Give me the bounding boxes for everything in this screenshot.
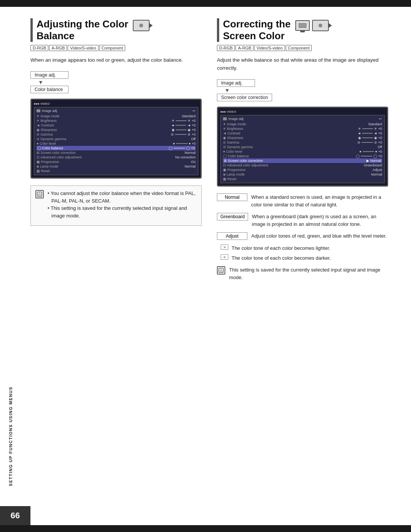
- correction-items: Normal When a standard screen is used, a…: [217, 193, 388, 262]
- vrow-4: ⊘ Gamma ⊘ ⊘ +0: [37, 132, 196, 137]
- rvrow-2: ◄ Contrast ◄ ◄ +0: [223, 131, 382, 136]
- left-video-label: ■■■ VIDEO: [34, 102, 50, 105]
- left-note-bullet1: You cannot adjust the color balance when…: [47, 190, 197, 204]
- right-projector-icon: [312, 20, 329, 31]
- rvrow-7: ◯ Color balance ◯ ◯ +0: [223, 154, 382, 158]
- rvrow-4: ⊘ Gamma ⊘ ⊘ +0: [223, 140, 382, 145]
- left-note-bullet2: This setting is saved for the currently …: [47, 204, 197, 219]
- left-note-icon: [35, 190, 44, 198]
- right-tag-component: Component: [286, 45, 312, 51]
- left-titlebar-close: ↩: [193, 109, 196, 113]
- left-menu-arrow: ▼: [38, 80, 43, 85]
- side-label: SETTING UP FUNCTIONS USING MENUS: [8, 387, 13, 486]
- left-title-block: Adjusting the Color Balance: [30, 18, 128, 42]
- rvrow-6: ● Color level ● ● +0: [223, 149, 382, 154]
- correction-desc-normal: When a standard screen is used, an image…: [251, 193, 388, 208]
- right-title-block: Correcting the Screen Color: [217, 18, 291, 42]
- vrow-3: ◉ Sharpness ◉ ◉ +0: [37, 128, 196, 132]
- arrow-less: <: [221, 254, 228, 260]
- main-content: Adjusting the Color Balance D-RGB: [30, 7, 388, 281]
- rvrow-0: ✦ Image mode Standard: [223, 122, 382, 126]
- left-icons: [133, 20, 150, 31]
- right-titlebar-close: ↩: [379, 117, 382, 121]
- top-bar: [0, 0, 411, 7]
- arrow-desc-greater: The color tone of each color becomes lig…: [231, 244, 330, 252]
- arrow-item-less: < The color tone of each color becomes d…: [221, 254, 388, 262]
- monitor-icon: [295, 20, 310, 31]
- vrow-5: ⊘ Dynamic gamma Off: [37, 137, 196, 141]
- right-menu-item2: Screen color correction: [217, 94, 272, 101]
- left-note-row: You cannot adjust the color balance when…: [35, 190, 197, 219]
- arrow-item-greater: > The color tone of each color becomes l…: [221, 244, 388, 252]
- left-note-box: You cannot adjust the color balance when…: [30, 185, 202, 226]
- bottom-bar: [0, 525, 411, 532]
- right-menu-arrow: ▼: [225, 88, 230, 93]
- right-bottom-note-text: This setting is saved for the currently …: [229, 266, 388, 281]
- tag-d-rgb: D-RGB: [30, 45, 48, 51]
- vrow-12: ▦ Reset: [37, 169, 196, 173]
- arrow-greater: >: [221, 244, 228, 250]
- tag-video: Video/S-video: [68, 45, 98, 51]
- correction-greenboard: Greenboard When a greenboard (dark green…: [217, 213, 388, 228]
- vrow-10: ▣ Progressive On: [37, 160, 196, 164]
- right-menu-item1: Image adj.: [217, 79, 255, 87]
- right-tag-video: Video/S-video: [254, 45, 285, 51]
- titlebar-icon: [37, 109, 40, 112]
- vrow-6: ● Color level ● ● +0: [37, 141, 196, 146]
- left-video-titlebar: Image adj. ↩: [37, 109, 196, 113]
- left-note-content: You cannot adjust the color balance when…: [47, 190, 197, 219]
- right-icons: [295, 20, 329, 31]
- left-video-header: ■■■ VIDEO: [34, 102, 198, 105]
- correction-label-normal: Normal: [217, 193, 247, 201]
- page-container: SETTING UP FUNCTIONS USING MENUS 66 Adju…: [0, 0, 411, 532]
- vrow-7-highlighted: ◯ Color balance ◯ ◯ +0: [37, 146, 196, 150]
- left-video-screen: ■■■ VIDEO Image adj. ↩ ✦ Image mode: [30, 99, 202, 179]
- left-menu-item2: Color balance: [30, 86, 68, 93]
- rvrow-10: ▣ Progressive Adjust: [223, 168, 382, 172]
- right-tag-a-rgb: A-RGB: [236, 45, 253, 51]
- vrow-8: ⊞ Screen color correction Normal: [37, 150, 196, 155]
- right-video-header: ■■■ VIDEO: [220, 110, 385, 113]
- vrow-1: ✳ Brightness ✳ ✳ +0: [37, 118, 196, 123]
- left-section-header: Adjusting the Color Balance: [30, 18, 202, 42]
- vrow-9: ⊡ Advanced color adjustment No correctio…: [37, 155, 196, 160]
- right-video-screen: ■■■ VIDEO Image adj. ↩ ✦ Image mode: [217, 107, 388, 187]
- two-col-layout: Adjusting the Color Balance D-RGB: [30, 18, 388, 281]
- rvrow-3: ◉ Sharpness ◉ ◉ +0: [223, 136, 382, 140]
- rvrow-5: ⊘ Dynamic gamma Off: [223, 145, 382, 149]
- page-number: 66: [11, 511, 20, 521]
- right-note-icon: [217, 266, 225, 275]
- correction-adjust: Adjust Adjust color tones of red, green,…: [217, 232, 388, 240]
- right-bottom-note: This setting is saved for the currently …: [217, 266, 388, 281]
- right-video-titlebar: Image adj. ↩: [223, 117, 382, 121]
- projector-icon: [133, 20, 150, 31]
- left-menu-flow: Image adj. ▼ Color balance: [30, 71, 202, 93]
- right-video-inner: Image adj. ↩ ✦ Image mode Standard ✳ Bri…: [220, 115, 385, 183]
- right-video-label: ■■■ VIDEO: [220, 110, 236, 113]
- right-titlebar-icon: [223, 117, 227, 120]
- right-description: Adjust the while balance so that white a…: [217, 56, 388, 72]
- tag-a-rgb: A-RGB: [49, 45, 67, 51]
- right-column: Correcting the Screen Color: [217, 18, 388, 281]
- correction-desc-greenboard: When a greenboard (dark green) is used a…: [252, 213, 388, 228]
- page-number-box: 66: [0, 506, 30, 525]
- rvrow-11: ◈ Lamp mode Normal: [223, 172, 382, 177]
- left-menu-item1: Image adj.: [30, 71, 68, 79]
- right-titlebar-text: Image adj.: [228, 117, 244, 121]
- left-section-title: Adjusting the Color Balance: [37, 18, 128, 42]
- right-section-header: Correcting the Screen Color: [217, 18, 388, 42]
- rvrow-12: ▦ Reset: [223, 177, 382, 181]
- right-menu-flow: Image adj. ▼ Screen color correction: [217, 79, 388, 101]
- arrow-desc-less: The color tone of each color becomes dar…: [231, 254, 331, 262]
- left-titlebar-text: Image adj.: [42, 109, 58, 113]
- vrow-11: ◈ Lamp mode Normal: [37, 164, 196, 169]
- tag-component: Component: [99, 45, 126, 51]
- left-video-inner: Image adj. ↩ ✦ Image mode Standard ✳ Bri…: [34, 107, 198, 175]
- right-compat-tags: D-RGB A-RGB Video/S-video Component: [217, 45, 388, 51]
- vrow-0: ✦ Image mode Standard: [37, 114, 196, 118]
- left-column: Adjusting the Color Balance D-RGB: [30, 18, 202, 281]
- right-section-title: Correcting the Screen Color: [223, 18, 291, 42]
- left-compat-tags: D-RGB A-RGB Video/S-video Component: [30, 45, 202, 51]
- left-description: When an image appears too red or green, …: [30, 56, 202, 64]
- vrow-2: ◄ Contrast ◄ ◄ +0: [37, 123, 196, 128]
